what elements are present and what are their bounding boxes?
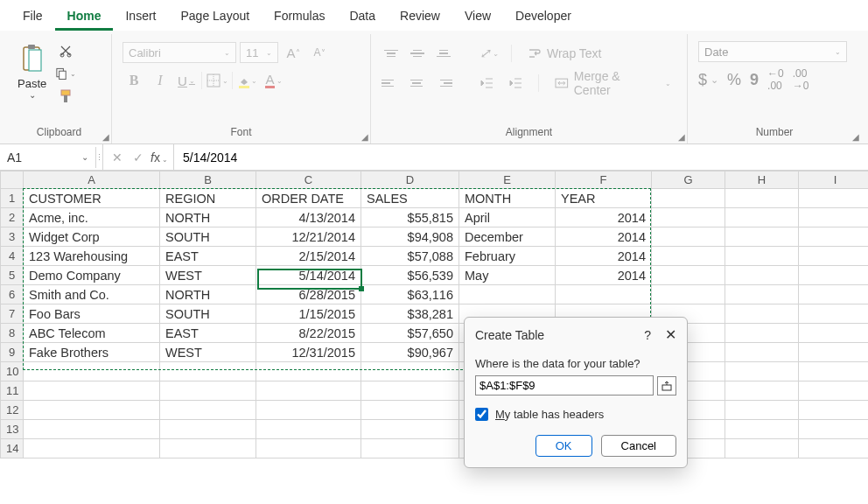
cell[interactable] — [799, 189, 869, 208]
cell[interactable]: $90,967 — [361, 343, 459, 362]
cell[interactable] — [725, 266, 799, 285]
cell[interactable] — [799, 382, 869, 401]
decrease-indent-button[interactable] — [476, 72, 498, 94]
cell[interactable]: 2014 — [556, 266, 652, 285]
cancel-entry-button[interactable]: ✕ — [108, 150, 126, 164]
cell[interactable]: Widget Corp — [24, 228, 160, 247]
col-header-I[interactable]: I — [799, 172, 869, 189]
select-all-corner[interactable] — [1, 172, 24, 189]
align-top-button[interactable] — [382, 44, 401, 63]
cell[interactable]: 8/22/2015 — [256, 324, 361, 343]
menu-insert[interactable]: Insert — [113, 4, 168, 31]
cell[interactable] — [652, 285, 725, 304]
cell[interactable]: Acme, inc. — [24, 208, 160, 228]
col-header-G[interactable]: G — [652, 172, 725, 189]
col-header-B[interactable]: B — [160, 172, 256, 189]
col-header-H[interactable]: H — [725, 172, 799, 189]
cell[interactable]: February — [459, 247, 556, 266]
cell[interactable]: 12/31/2015 — [256, 343, 361, 362]
cell[interactable] — [459, 285, 556, 304]
range-input[interactable] — [475, 375, 654, 396]
cell[interactable] — [799, 304, 869, 324]
col-header-A[interactable]: A — [24, 172, 160, 189]
cell[interactable] — [799, 266, 869, 285]
cell[interactable] — [725, 208, 799, 228]
cell[interactable] — [160, 382, 256, 401]
cell[interactable]: 2014 — [556, 247, 652, 266]
cell[interactable] — [256, 362, 361, 382]
align-left-button[interactable] — [382, 74, 401, 93]
menu-file[interactable]: File — [10, 4, 55, 31]
cell[interactable] — [256, 401, 361, 420]
cell[interactable] — [725, 362, 799, 382]
cell[interactable]: MONTH — [459, 189, 556, 208]
cell[interactable]: NORTH — [160, 208, 256, 228]
col-header-E[interactable]: E — [459, 172, 556, 189]
cell[interactable] — [799, 439, 869, 458]
cell[interactable]: May — [459, 266, 556, 285]
menu-data[interactable]: Data — [337, 4, 388, 31]
cell[interactable] — [361, 362, 459, 382]
cell[interactable] — [24, 439, 160, 458]
cell[interactable]: EAST — [160, 247, 256, 266]
cancel-button[interactable]: Cancel — [601, 435, 676, 457]
row-header[interactable]: 11 — [1, 382, 24, 401]
fx-button[interactable]: fx⌄ — [150, 150, 168, 164]
cell[interactable] — [725, 285, 799, 304]
cell[interactable]: 12/21/2014 — [256, 228, 361, 247]
col-header-F[interactable]: F — [556, 172, 652, 189]
row-header[interactable]: 6 — [1, 285, 24, 304]
cell[interactable]: 6/28/2015 — [256, 285, 361, 304]
cell[interactable]: Smith and Co. — [24, 285, 160, 304]
dialog-launcher-icon[interactable]: ◢ — [361, 132, 368, 142]
row-header[interactable]: 12 — [1, 401, 24, 420]
row-header[interactable]: 9 — [1, 343, 24, 362]
cell[interactable]: 1/15/2015 — [256, 304, 361, 324]
cell[interactable]: Foo Bars — [24, 304, 160, 324]
row-header[interactable]: 1 — [1, 189, 24, 208]
close-icon[interactable]: ✕ — [665, 326, 676, 343]
col-header-D[interactable]: D — [361, 172, 459, 189]
fill-color-button[interactable]: ⌄ — [236, 69, 259, 92]
cell[interactable]: 2014 — [556, 228, 652, 247]
cell[interactable] — [799, 362, 869, 382]
cell[interactable] — [361, 401, 459, 420]
cell[interactable]: Fake Brothers — [24, 343, 160, 362]
row-header[interactable]: 14 — [1, 439, 24, 458]
cell[interactable] — [799, 343, 869, 362]
cell[interactable] — [725, 343, 799, 362]
align-center-button[interactable] — [408, 74, 427, 93]
cell[interactable] — [160, 362, 256, 382]
cell[interactable]: SOUTH — [160, 304, 256, 324]
cell[interactable] — [725, 189, 799, 208]
row-header[interactable]: 2 — [1, 208, 24, 228]
row-header[interactable]: 13 — [1, 420, 24, 439]
cell[interactable]: $57,088 — [361, 247, 459, 266]
cell[interactable] — [799, 208, 869, 228]
cell[interactable] — [24, 362, 160, 382]
cell[interactable] — [725, 228, 799, 247]
decrease-font-button[interactable]: A˅ — [308, 41, 331, 64]
cell[interactable] — [799, 324, 869, 343]
cell[interactable]: ABC Telecom — [24, 324, 160, 343]
increase-indent-button[interactable] — [506, 72, 528, 94]
cell[interactable]: $38,281 — [361, 304, 459, 324]
cut-button[interactable] — [55, 41, 76, 60]
row-header[interactable]: 8 — [1, 324, 24, 343]
cell[interactable]: EAST — [160, 324, 256, 343]
cell[interactable]: Demo Company — [24, 266, 160, 285]
menu-review[interactable]: Review — [388, 4, 452, 31]
row-header[interactable]: 4 — [1, 247, 24, 266]
cell[interactable] — [652, 247, 725, 266]
menu-formulas[interactable]: Formulas — [262, 4, 337, 31]
cell[interactable] — [361, 420, 459, 439]
cell[interactable] — [799, 401, 869, 420]
align-middle-button[interactable] — [408, 44, 427, 63]
cell[interactable]: $63,116 — [361, 285, 459, 304]
cell[interactable]: 123 Warehousing — [24, 247, 160, 266]
cell[interactable]: December — [459, 228, 556, 247]
cell[interactable]: $56,539 — [361, 266, 459, 285]
name-box[interactable]: A1⌄ — [0, 147, 96, 168]
cell[interactable] — [725, 401, 799, 420]
underline-button[interactable]: U⌄ — [175, 69, 198, 92]
